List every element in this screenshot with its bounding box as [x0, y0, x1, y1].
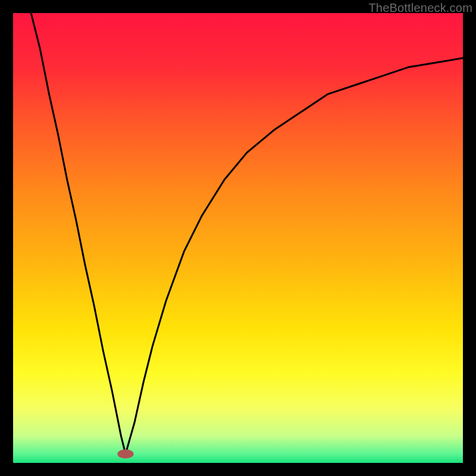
chart-marker: [117, 449, 133, 458]
watermark-text: TheBottleneck.com: [368, 1, 472, 15]
minimum-marker: [117, 449, 133, 458]
bottleneck-chart: [13, 13, 463, 463]
chart-frame: [13, 13, 463, 463]
